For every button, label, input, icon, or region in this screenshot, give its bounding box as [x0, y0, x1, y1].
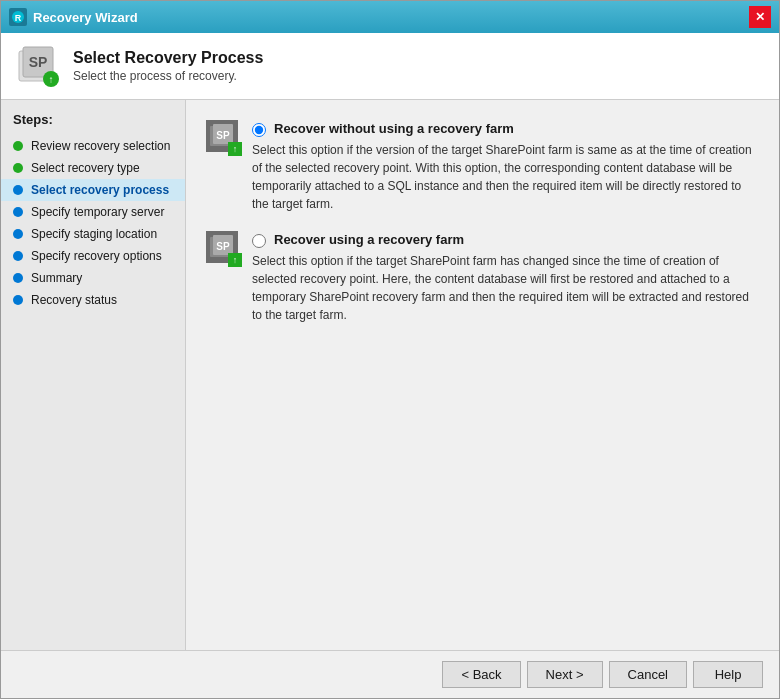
header-icon: SP ↑ [17, 45, 59, 87]
arrow-overlay-1: ↑ [228, 142, 242, 156]
header-title: Select Recovery Process [73, 49, 263, 67]
option-title-with-farm: Recover using a recovery farm [274, 232, 464, 247]
main-window: R Recovery Wizard ✕ SP ↑ Select Recovery… [0, 0, 780, 699]
option-icon-with-farm: SP ↑ [206, 231, 242, 267]
option-content-with-farm: Recover using a recovery farm Select thi… [252, 231, 759, 324]
sidebar: Steps: Review recovery selection Select … [1, 100, 186, 650]
header-text: Select Recovery Process Select the proce… [73, 49, 263, 83]
arrow-overlay-2: ↑ [228, 253, 242, 267]
footer: < Back Next > Cancel Help [1, 650, 779, 698]
sidebar-item-specify-recovery-options[interactable]: Specify recovery options [1, 245, 185, 267]
option-title-without-farm: Recover without using a recovery farm [274, 121, 514, 136]
step-label-review: Review recovery selection [31, 139, 170, 153]
cancel-button[interactable]: Cancel [609, 661, 687, 688]
option-desc-with-farm: Select this option if the target SharePo… [252, 252, 759, 324]
sidebar-item-select-recovery-type[interactable]: Select recovery type [1, 157, 185, 179]
main-content: SP ↑ Recover without using a recovery fa… [186, 100, 779, 650]
step-dot-status [13, 295, 23, 305]
sidebar-item-specify-staging-location[interactable]: Specify staging location [1, 223, 185, 245]
sidebar-item-review-recovery-selection[interactable]: Review recovery selection [1, 135, 185, 157]
app-icon: R [9, 8, 27, 26]
option-desc-without-farm: Select this option if the version of the… [252, 141, 759, 213]
step-label-staging: Specify staging location [31, 227, 157, 241]
sidebar-item-recovery-status[interactable]: Recovery status [1, 289, 185, 311]
step-dot-staging [13, 229, 23, 239]
svg-text:SP: SP [29, 54, 48, 70]
option-label-row-2: Recover using a recovery farm [252, 231, 759, 248]
step-label-options: Specify recovery options [31, 249, 162, 263]
option-row-without-farm: SP ↑ Recover without using a recovery fa… [206, 120, 759, 213]
option-content-without-farm: Recover without using a recovery farm Se… [252, 120, 759, 213]
radio-without-farm[interactable] [252, 123, 266, 137]
option-row-with-farm: SP ↑ Recover using a recovery farm Selec… [206, 231, 759, 324]
radio-with-farm[interactable] [252, 234, 266, 248]
sidebar-item-summary[interactable]: Summary [1, 267, 185, 289]
step-dot-options [13, 251, 23, 261]
window-title: Recovery Wizard [33, 10, 138, 25]
svg-text:R: R [15, 13, 22, 23]
step-label-status: Recovery status [31, 293, 117, 307]
option-label-row-1: Recover without using a recovery farm [252, 120, 759, 137]
next-button[interactable]: Next > [527, 661, 603, 688]
help-button[interactable]: Help [693, 661, 763, 688]
title-bar: R Recovery Wizard ✕ [1, 1, 779, 33]
header-subtitle: Select the process of recovery. [73, 69, 263, 83]
page-header: SP ↑ Select Recovery Process Select the … [1, 33, 779, 100]
step-dot-process [13, 185, 23, 195]
step-label-process: Select recovery process [31, 183, 169, 197]
step-dot-review [13, 141, 23, 151]
step-dot-summary [13, 273, 23, 283]
step-dot-type [13, 163, 23, 173]
title-bar-left: R Recovery Wizard [9, 8, 138, 26]
steps-label: Steps: [1, 112, 185, 135]
svg-text:SP: SP [216, 130, 230, 141]
content-area: Steps: Review recovery selection Select … [1, 100, 779, 650]
step-label-temp: Specify temporary server [31, 205, 164, 219]
step-label-summary: Summary [31, 271, 82, 285]
step-dot-temp [13, 207, 23, 217]
sidebar-item-specify-temporary-server[interactable]: Specify temporary server [1, 201, 185, 223]
back-button[interactable]: < Back [442, 661, 520, 688]
step-label-type: Select recovery type [31, 161, 140, 175]
sidebar-item-select-recovery-process[interactable]: Select recovery process [1, 179, 185, 201]
svg-text:SP: SP [216, 241, 230, 252]
close-button[interactable]: ✕ [749, 6, 771, 28]
option-icon-without-farm: SP ↑ [206, 120, 242, 156]
svg-text:↑: ↑ [49, 74, 54, 85]
